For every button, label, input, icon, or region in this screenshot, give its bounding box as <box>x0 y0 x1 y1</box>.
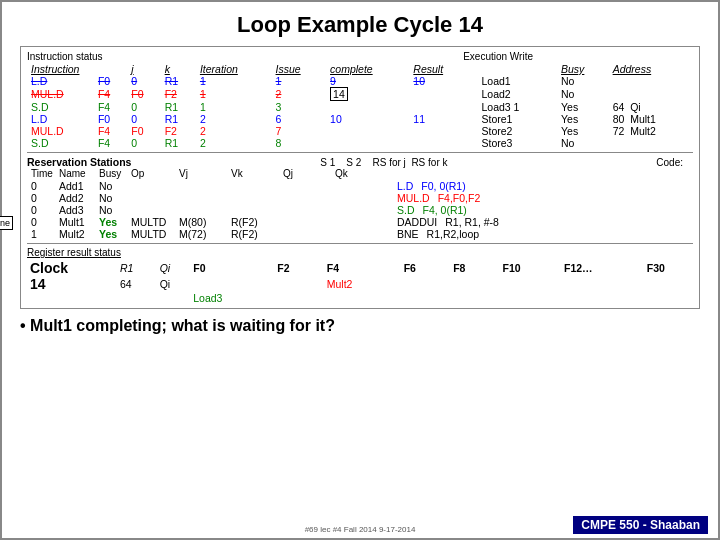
f0-qi <box>190 276 262 292</box>
spacer <box>157 292 191 304</box>
rs-vj: M(80) <box>179 216 231 228</box>
spacer <box>312 260 324 276</box>
rs-row-add1: 0 Add1 No L.D F0, 0(R1) <box>31 180 693 192</box>
instr-result: 10 <box>409 75 471 87</box>
instr-busy: Yes <box>557 113 609 125</box>
col-complete: complete <box>326 63 409 75</box>
f2-note <box>274 292 311 304</box>
instr-unit: Load3 1 <box>472 101 558 113</box>
col-address: Address <box>609 63 693 75</box>
instr-result <box>409 137 471 149</box>
instr-iter: 1 <box>196 75 272 87</box>
qi-label: Qi <box>157 260 191 276</box>
rs-code: MUL.D <box>397 192 430 204</box>
instr-name: MUL.D <box>27 125 94 137</box>
r1-label: R1 <box>117 260 157 276</box>
f0-note: Load3 <box>190 292 262 304</box>
rs-code-detail: F4,F0,F2 <box>438 192 481 204</box>
rs-row-add2: 0 Add2 No MUL.D F4,F0,F2 <box>31 192 693 204</box>
instr-busy: No <box>557 137 609 149</box>
instr-reg: F4 <box>94 101 127 113</box>
instr-complete <box>326 101 409 113</box>
divider <box>27 152 693 153</box>
register-status-table: Clock R1 Qi F0 F2 F4 F6 F8 F10 F12… <box>27 260 693 304</box>
instr-iter: 1 <box>196 101 272 113</box>
table-row: L.D F0 0 R1 2 6 10 11 Store1 Yes 80 Mult… <box>27 113 693 125</box>
instr-reg: F4 <box>94 137 127 149</box>
main-content-area: Instruction status Execution Write Instr… <box>20 46 700 309</box>
instr-complete: 9 <box>326 75 409 87</box>
f2-label: F2 <box>274 260 311 276</box>
reservation-header-row: Reservation Stations S 1 S 2 RS for j RS… <box>27 156 693 168</box>
spacer <box>388 292 693 304</box>
instr-k: R1 <box>161 137 196 149</box>
instruction-table: Instruction j k Iteration Issue complete… <box>27 63 693 149</box>
spacer <box>27 292 117 304</box>
f2-qi <box>274 276 311 292</box>
instr-k: F2 <box>161 125 196 137</box>
spacer <box>117 292 157 304</box>
f4-label: F4 <box>324 260 389 276</box>
rs-code: L.D <box>397 180 413 192</box>
instr-reg: F0 <box>94 75 127 87</box>
spacer <box>438 260 450 276</box>
col-iteration: Iteration <box>196 63 272 75</box>
footer-sub: #69 lec #4 Fall 2014 9-17-2014 <box>305 525 416 534</box>
spacer <box>549 260 561 276</box>
rs-name: Add3 <box>59 204 99 216</box>
f6-label: F6 <box>401 260 438 276</box>
slide-title: Loop Example Cycle 14 <box>20 12 700 38</box>
instr-issue: 3 <box>272 101 327 113</box>
instr-j: 0 <box>127 137 160 149</box>
rs-busy: Yes <box>99 216 131 228</box>
instr-reg: F4 <box>94 87 127 101</box>
rs-code-detail: F4, 0(R1) <box>423 204 467 216</box>
spacer <box>262 292 274 304</box>
f30-qi <box>644 276 693 292</box>
instr-unit: Load2 <box>472 87 558 101</box>
rs-col-headers: S 1 S 2 RS for j RS for k <box>320 157 447 168</box>
col-result: Result <box>409 63 471 75</box>
instr-issue: 8 <box>272 137 327 149</box>
instr-issue: 6 <box>272 113 327 125</box>
rs-op: MULTD <box>131 228 179 240</box>
rs-op: MULTD <box>131 216 179 228</box>
instr-unit: Store1 <box>472 113 558 125</box>
instr-k: F2 <box>161 87 196 101</box>
instr-k: R1 <box>161 75 196 87</box>
rs-busy: No <box>99 180 131 192</box>
instr-busy: Yes <box>557 125 609 137</box>
unit-col <box>472 63 558 75</box>
op-col-label: Op <box>131 168 179 179</box>
f12-qi <box>561 276 632 292</box>
f10-qi <box>500 276 549 292</box>
rs-busy: No <box>99 204 131 216</box>
slide: Loop Example Cycle 14 Instruction status… <box>0 0 720 540</box>
f12-label: F12… <box>561 260 632 276</box>
time-col-label: Time <box>31 168 59 179</box>
instr-iter: 2 <box>196 125 272 137</box>
instr-address <box>609 75 693 87</box>
instr-reg: F4 <box>94 125 127 137</box>
instr-complete <box>326 137 409 149</box>
rs-vk: R(F2) <box>231 216 283 228</box>
rs-code-detail: R1,R2,loop <box>427 228 480 240</box>
rs-row-mult1: EX Done 0 Mult1 Yes MULTD M(80) R(F2) DA… <box>31 216 693 228</box>
instr-j: F0 <box>127 87 160 101</box>
instr-reg: F0 <box>94 113 127 125</box>
instr-address: 80 Mult1 <box>609 113 693 125</box>
instr-j: F0 <box>127 125 160 137</box>
rs-time: 0 <box>31 180 59 192</box>
instruction-status-label: Instruction status <box>27 51 103 62</box>
rs-name: Mult1 <box>59 216 99 228</box>
instr-address: 72 Mult2 <box>609 125 693 137</box>
register-header-row: Clock R1 Qi F0 F2 F4 F6 F8 F10 F12… <box>27 260 693 276</box>
f4-note <box>324 292 389 304</box>
rs-time: 0 <box>31 192 59 204</box>
register-status-label: Register result status <box>27 247 693 258</box>
clock-value-row: 14 64 Qi Mult2 <box>27 276 693 292</box>
rs-name: Add2 <box>59 192 99 204</box>
spacer <box>632 260 644 276</box>
instr-issue: 2 <box>272 87 327 101</box>
instr-issue: 1 <box>272 75 327 87</box>
